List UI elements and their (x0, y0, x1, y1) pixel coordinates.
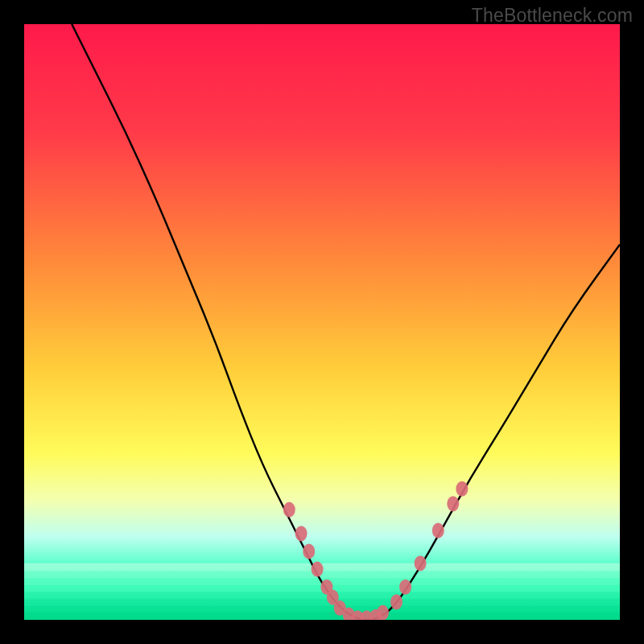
plot-area (24, 24, 620, 620)
curve-marker (295, 526, 308, 541)
svg-rect-6 (24, 605, 620, 613)
curve-marker (377, 605, 389, 620)
curve-marker (399, 580, 411, 595)
watermark-text: TheBottleneck.com (472, 5, 633, 27)
curve-marker (456, 481, 468, 497)
curve-marker (390, 594, 402, 609)
curve-marker (447, 496, 459, 511)
svg-rect-4 (24, 592, 620, 600)
chart-frame: TheBottleneck.com (0, 0, 644, 644)
curve-marker (303, 543, 315, 559)
curve-marker (432, 523, 444, 539)
curve-marker (312, 562, 324, 577)
curve-marker (415, 555, 427, 571)
svg-rect-7 (24, 613, 620, 620)
chart-svg (24, 24, 620, 620)
curve-marker (283, 502, 295, 518)
gradient-background (24, 24, 620, 620)
svg-rect-5 (24, 599, 620, 607)
